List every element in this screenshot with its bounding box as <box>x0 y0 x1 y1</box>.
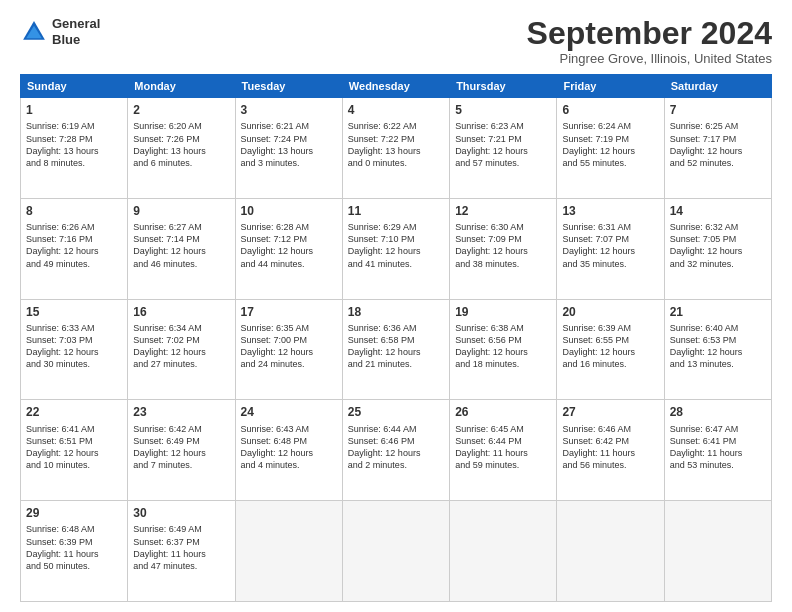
col-thursday: Thursday <box>450 75 557 98</box>
day-info: Sunrise: 6:29 AMSunset: 7:10 PMDaylight:… <box>348 221 444 270</box>
day-info: Sunrise: 6:27 AMSunset: 7:14 PMDaylight:… <box>133 221 229 270</box>
day-number: 27 <box>562 404 658 420</box>
calendar-week-4: 22Sunrise: 6:41 AMSunset: 6:51 PMDayligh… <box>21 400 772 501</box>
day-number: 23 <box>133 404 229 420</box>
table-row: 8Sunrise: 6:26 AMSunset: 7:16 PMDaylight… <box>21 198 128 299</box>
day-number: 18 <box>348 304 444 320</box>
table-row: 13Sunrise: 6:31 AMSunset: 7:07 PMDayligh… <box>557 198 664 299</box>
day-number: 10 <box>241 203 337 219</box>
day-number: 25 <box>348 404 444 420</box>
table-row: 26Sunrise: 6:45 AMSunset: 6:44 PMDayligh… <box>450 400 557 501</box>
table-row: 10Sunrise: 6:28 AMSunset: 7:12 PMDayligh… <box>235 198 342 299</box>
col-monday: Monday <box>128 75 235 98</box>
header: General Blue September 2024 Pingree Grov… <box>20 16 772 66</box>
table-row: 30Sunrise: 6:49 AMSunset: 6:37 PMDayligh… <box>128 501 235 602</box>
day-info: Sunrise: 6:34 AMSunset: 7:02 PMDaylight:… <box>133 322 229 371</box>
day-number: 4 <box>348 102 444 118</box>
day-info: Sunrise: 6:26 AMSunset: 7:16 PMDaylight:… <box>26 221 122 270</box>
day-info: Sunrise: 6:44 AMSunset: 6:46 PMDaylight:… <box>348 423 444 472</box>
col-wednesday: Wednesday <box>342 75 449 98</box>
table-row: 6Sunrise: 6:24 AMSunset: 7:19 PMDaylight… <box>557 98 664 199</box>
col-sunday: Sunday <box>21 75 128 98</box>
day-number: 12 <box>455 203 551 219</box>
day-info: Sunrise: 6:24 AMSunset: 7:19 PMDaylight:… <box>562 120 658 169</box>
table-row: 17Sunrise: 6:35 AMSunset: 7:00 PMDayligh… <box>235 299 342 400</box>
table-row: 23Sunrise: 6:42 AMSunset: 6:49 PMDayligh… <box>128 400 235 501</box>
day-number: 29 <box>26 505 122 521</box>
table-row: 2Sunrise: 6:20 AMSunset: 7:26 PMDaylight… <box>128 98 235 199</box>
day-info: Sunrise: 6:43 AMSunset: 6:48 PMDaylight:… <box>241 423 337 472</box>
title-block: September 2024 Pingree Grove, Illinois, … <box>527 16 772 66</box>
day-number: 2 <box>133 102 229 118</box>
table-row: 9Sunrise: 6:27 AMSunset: 7:14 PMDaylight… <box>128 198 235 299</box>
day-number: 6 <box>562 102 658 118</box>
table-row: 27Sunrise: 6:46 AMSunset: 6:42 PMDayligh… <box>557 400 664 501</box>
day-number: 1 <box>26 102 122 118</box>
location: Pingree Grove, Illinois, United States <box>527 51 772 66</box>
calendar-week-5: 29Sunrise: 6:48 AMSunset: 6:39 PMDayligh… <box>21 501 772 602</box>
day-info: Sunrise: 6:41 AMSunset: 6:51 PMDaylight:… <box>26 423 122 472</box>
day-number: 20 <box>562 304 658 320</box>
table-row: 22Sunrise: 6:41 AMSunset: 6:51 PMDayligh… <box>21 400 128 501</box>
day-info: Sunrise: 6:45 AMSunset: 6:44 PMDaylight:… <box>455 423 551 472</box>
day-info: Sunrise: 6:38 AMSunset: 6:56 PMDaylight:… <box>455 322 551 371</box>
table-row: 29Sunrise: 6:48 AMSunset: 6:39 PMDayligh… <box>21 501 128 602</box>
day-number: 30 <box>133 505 229 521</box>
day-info: Sunrise: 6:30 AMSunset: 7:09 PMDaylight:… <box>455 221 551 270</box>
calendar-week-1: 1Sunrise: 6:19 AMSunset: 7:28 PMDaylight… <box>21 98 772 199</box>
day-info: Sunrise: 6:46 AMSunset: 6:42 PMDaylight:… <box>562 423 658 472</box>
day-number: 16 <box>133 304 229 320</box>
day-info: Sunrise: 6:48 AMSunset: 6:39 PMDaylight:… <box>26 523 122 572</box>
col-saturday: Saturday <box>664 75 771 98</box>
table-row: 18Sunrise: 6:36 AMSunset: 6:58 PMDayligh… <box>342 299 449 400</box>
table-row <box>557 501 664 602</box>
table-row <box>664 501 771 602</box>
table-row: 15Sunrise: 6:33 AMSunset: 7:03 PMDayligh… <box>21 299 128 400</box>
day-info: Sunrise: 6:49 AMSunset: 6:37 PMDaylight:… <box>133 523 229 572</box>
day-info: Sunrise: 6:42 AMSunset: 6:49 PMDaylight:… <box>133 423 229 472</box>
day-info: Sunrise: 6:33 AMSunset: 7:03 PMDaylight:… <box>26 322 122 371</box>
day-info: Sunrise: 6:32 AMSunset: 7:05 PMDaylight:… <box>670 221 766 270</box>
day-info: Sunrise: 6:36 AMSunset: 6:58 PMDaylight:… <box>348 322 444 371</box>
table-row: 14Sunrise: 6:32 AMSunset: 7:05 PMDayligh… <box>664 198 771 299</box>
day-info: Sunrise: 6:22 AMSunset: 7:22 PMDaylight:… <box>348 120 444 169</box>
calendar-week-2: 8Sunrise: 6:26 AMSunset: 7:16 PMDaylight… <box>21 198 772 299</box>
day-info: Sunrise: 6:23 AMSunset: 7:21 PMDaylight:… <box>455 120 551 169</box>
calendar-header-row: Sunday Monday Tuesday Wednesday Thursday… <box>21 75 772 98</box>
table-row: 12Sunrise: 6:30 AMSunset: 7:09 PMDayligh… <box>450 198 557 299</box>
day-number: 3 <box>241 102 337 118</box>
table-row <box>450 501 557 602</box>
day-number: 17 <box>241 304 337 320</box>
logo: General Blue <box>20 16 100 47</box>
table-row: 7Sunrise: 6:25 AMSunset: 7:17 PMDaylight… <box>664 98 771 199</box>
day-info: Sunrise: 6:28 AMSunset: 7:12 PMDaylight:… <box>241 221 337 270</box>
day-number: 7 <box>670 102 766 118</box>
table-row: 16Sunrise: 6:34 AMSunset: 7:02 PMDayligh… <box>128 299 235 400</box>
day-number: 9 <box>133 203 229 219</box>
day-number: 22 <box>26 404 122 420</box>
day-number: 28 <box>670 404 766 420</box>
table-row: 28Sunrise: 6:47 AMSunset: 6:41 PMDayligh… <box>664 400 771 501</box>
col-tuesday: Tuesday <box>235 75 342 98</box>
day-info: Sunrise: 6:25 AMSunset: 7:17 PMDaylight:… <box>670 120 766 169</box>
table-row: 5Sunrise: 6:23 AMSunset: 7:21 PMDaylight… <box>450 98 557 199</box>
day-info: Sunrise: 6:31 AMSunset: 7:07 PMDaylight:… <box>562 221 658 270</box>
day-number: 11 <box>348 203 444 219</box>
page: General Blue September 2024 Pingree Grov… <box>0 0 792 612</box>
day-info: Sunrise: 6:19 AMSunset: 7:28 PMDaylight:… <box>26 120 122 169</box>
day-info: Sunrise: 6:20 AMSunset: 7:26 PMDaylight:… <box>133 120 229 169</box>
table-row: 11Sunrise: 6:29 AMSunset: 7:10 PMDayligh… <box>342 198 449 299</box>
day-info: Sunrise: 6:40 AMSunset: 6:53 PMDaylight:… <box>670 322 766 371</box>
table-row <box>342 501 449 602</box>
day-number: 8 <box>26 203 122 219</box>
table-row: 1Sunrise: 6:19 AMSunset: 7:28 PMDaylight… <box>21 98 128 199</box>
calendar-week-3: 15Sunrise: 6:33 AMSunset: 7:03 PMDayligh… <box>21 299 772 400</box>
table-row: 19Sunrise: 6:38 AMSunset: 6:56 PMDayligh… <box>450 299 557 400</box>
day-info: Sunrise: 6:21 AMSunset: 7:24 PMDaylight:… <box>241 120 337 169</box>
day-number: 14 <box>670 203 766 219</box>
day-number: 26 <box>455 404 551 420</box>
day-info: Sunrise: 6:35 AMSunset: 7:00 PMDaylight:… <box>241 322 337 371</box>
month-title: September 2024 <box>527 16 772 51</box>
col-friday: Friday <box>557 75 664 98</box>
calendar-table: Sunday Monday Tuesday Wednesday Thursday… <box>20 74 772 602</box>
